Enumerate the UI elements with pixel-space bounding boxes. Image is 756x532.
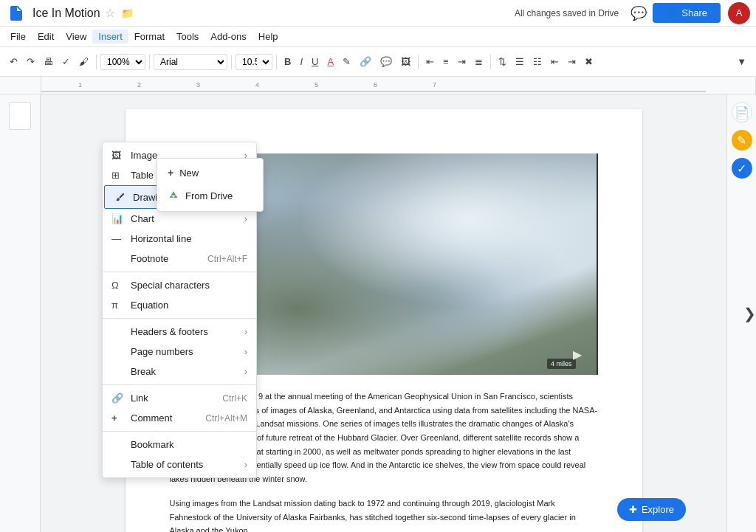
sidebar-link-tool[interactable]: ✓ [732, 158, 752, 179]
align-justify-button[interactable]: ≣ [471, 53, 487, 70]
ruler-content: 1 2 3 4 5 6 7 [41, 77, 756, 94]
image-button[interactable]: 🖼 [397, 53, 414, 70]
redo-button[interactable]: ↷ [23, 53, 38, 70]
star-icon[interactable]: ☆ [105, 6, 115, 20]
underline-button[interactable]: U [308, 53, 322, 70]
font-select[interactable]: Arial [154, 54, 227, 70]
scroll-right[interactable]: ❯ [743, 305, 756, 322]
left-panel [0, 94, 41, 532]
menu-footnote[interactable]: Footnote Ctrl+Alt+F [103, 249, 256, 269]
undo-button[interactable]: ↶ [6, 53, 21, 70]
page-thumbnail [9, 102, 31, 130]
page-numbers-label: Page numbers [131, 346, 241, 357]
menu-headers-footers[interactable]: Headers & footers › [103, 322, 256, 342]
table-menu-icon: ⊞ [111, 170, 125, 181]
paintformat-button[interactable]: 🖌 [75, 53, 92, 70]
avatar-label: A [736, 7, 743, 18]
headers-footers-arrow: › [244, 326, 247, 337]
menu-item-edit[interactable]: Edit [32, 30, 60, 44]
menu-item-file[interactable]: File [4, 30, 32, 44]
indent-decrease-button[interactable]: ⇤ [547, 53, 563, 70]
headers-footers-label: Headers & footers [131, 326, 241, 337]
toolbar: ↶ ↷ 🖶 ✓ 🖌 100% Arial 10.5 B I U A ✎ 🔗 💬 … [0, 47, 756, 77]
zoom-select[interactable]: 100% [100, 54, 145, 70]
share-button[interactable]: 👤 Share [653, 3, 721, 23]
ruler: 1 2 3 4 5 6 7 [0, 77, 756, 94]
footnote-shortcut: Ctrl+Alt+F [207, 254, 247, 264]
list-button[interactable]: ☰ [512, 53, 528, 70]
menu-item-insert[interactable]: Insert [92, 30, 128, 44]
menu-item-tools[interactable]: Tools [171, 30, 205, 44]
body-text-2: Using images from the Landsat mission da… [170, 497, 598, 532]
title-bar: Ice In Motion ☆ 📁 All changes saved in D… [0, 0, 756, 27]
menu-divider-1 [103, 272, 256, 272]
submenu-new[interactable]: + New [157, 162, 263, 184]
main-area: 4 miles ▶ At a media briefing Dec. 9 at … [0, 94, 756, 532]
chart-arrow-icon: › [244, 213, 247, 224]
menu-item-view[interactable]: View [60, 30, 92, 44]
menu-toc[interactable]: Table of contents › [103, 455, 256, 474]
link-shortcut: Ctrl+K [222, 393, 247, 404]
print-button[interactable]: 🖶 [40, 53, 57, 70]
line-spacing-button[interactable]: ⇅ [495, 53, 510, 70]
folder-icon[interactable]: 📁 [121, 7, 134, 19]
doc-icon [6, 3, 27, 24]
equation-icon: π [111, 300, 125, 311]
image-menu-icon: 🖼 [111, 150, 125, 161]
svg-text:2: 2 [137, 81, 141, 89]
toc-label: Table of contents [131, 459, 241, 470]
separator-4 [276, 55, 277, 69]
menu-divider-4 [103, 431, 256, 432]
avatar: A [728, 2, 750, 24]
menu-page-numbers[interactable]: Page numbers › [103, 342, 256, 362]
menu-comment[interactable]: + Comment Ctrl+Alt+M [103, 408, 256, 428]
highlight-button[interactable]: ✎ [339, 53, 354, 70]
share-icon: 👤 [666, 7, 678, 18]
menu-divider-2 [103, 318, 256, 319]
menu-item-help[interactable]: Help [252, 30, 284, 44]
chat-button[interactable]: 💬 [630, 5, 647, 21]
explore-icon: ✚ [629, 504, 637, 515]
numberedlist-button[interactable]: ☷ [529, 53, 546, 70]
menu-special-chars[interactable]: Ω Special characters [103, 275, 256, 295]
font-color-button[interactable]: A [323, 53, 337, 70]
fontsize-select[interactable]: 10.5 [236, 54, 272, 70]
doc-title: Ice In Motion [32, 7, 100, 20]
svg-text:5: 5 [315, 81, 318, 89]
comment-menu-icon: + [111, 412, 125, 424]
right-sidebar: 📄 ✎ ✓ ❯ [726, 94, 756, 532]
bold-button[interactable]: B [281, 53, 295, 70]
explore-button[interactable]: ✚ Explore [617, 498, 686, 521]
menu-item-addons[interactable]: Add-ons [205, 30, 252, 44]
equation-label: Equation [131, 300, 247, 311]
chart-menu-icon: 📊 [111, 213, 125, 224]
menu-item-format[interactable]: Format [128, 30, 171, 44]
svg-text:1: 1 [78, 81, 82, 89]
menu-chart[interactable]: 📊 Chart › [103, 209, 256, 229]
comment-shortcut: Ctrl+Alt+M [205, 413, 247, 424]
align-left-button[interactable]: ⇤ [422, 53, 438, 70]
clearformat-button[interactable]: ✖ [581, 53, 597, 70]
sidebar-note-tool[interactable]: ✎ [732, 130, 752, 151]
more-toolbar-button[interactable]: ▼ [733, 53, 750, 70]
spellcheck-button[interactable]: ✓ [58, 53, 74, 70]
special-chars-label: Special characters [131, 280, 247, 291]
drawing-submenu: + New From Drive [157, 158, 264, 212]
align-center-button[interactable]: ≡ [439, 53, 453, 70]
menu-equation[interactable]: π Equation [103, 295, 256, 315]
indent-increase-button[interactable]: ⇥ [564, 53, 580, 70]
menu-link[interactable]: 🔗 Link Ctrl+K [103, 388, 256, 408]
comment-button[interactable]: 💬 [377, 53, 396, 70]
menu-bar: File Edit View Insert Format Tools Add-o… [0, 27, 756, 47]
saved-notice: All changes saved in Drive [515, 8, 619, 18]
menu-break[interactable]: Break › [103, 362, 256, 381]
menu-horizontal-line[interactable]: — Horizontal line [103, 229, 256, 249]
toc-arrow: › [244, 459, 247, 470]
separator-2 [149, 55, 150, 69]
submenu-from-drive[interactable]: From Drive [157, 184, 263, 208]
menu-bookmark[interactable]: Bookmark [103, 435, 256, 455]
italic-button[interactable]: I [296, 53, 306, 70]
align-right-button[interactable]: ⇥ [454, 53, 470, 70]
link-button[interactable]: 🔗 [356, 53, 375, 70]
sidebar-keep-tool[interactable]: 📄 [732, 102, 752, 122]
